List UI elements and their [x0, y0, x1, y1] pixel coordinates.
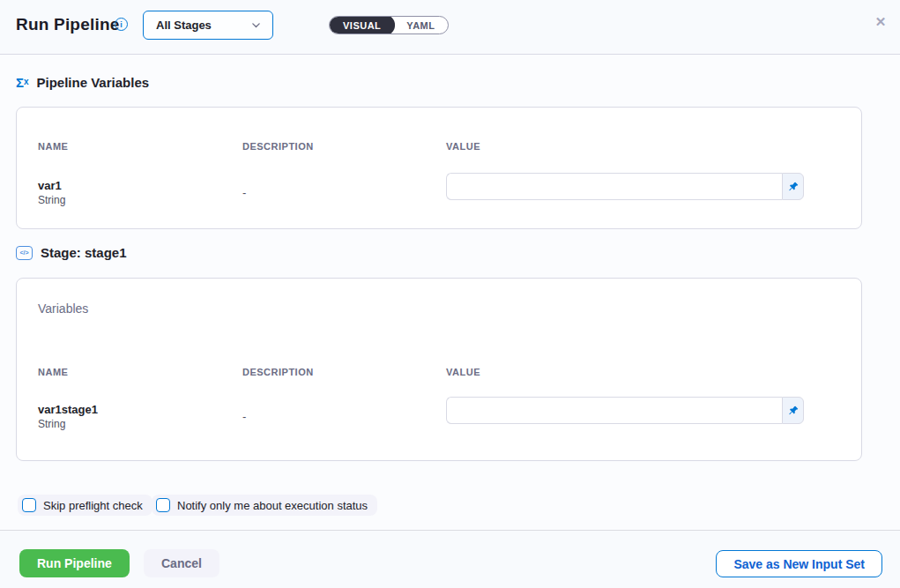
variable-description: - [242, 186, 246, 199]
dialog-footer: Run Pipeline Cancel Save as New Input Se… [0, 530, 900, 588]
skip-preflight-option[interactable]: Skip preflight check [18, 495, 152, 516]
variable-name: var1 [38, 179, 62, 192]
close-icon[interactable]: ✕ [872, 13, 889, 31]
notify-only-me-checkbox[interactable] [156, 498, 170, 512]
pipeline-variables-heading: Σˣ Pipeline Variables [16, 75, 149, 90]
pin-icon [787, 405, 800, 417]
toggle-visual[interactable]: VISUAL [329, 16, 395, 34]
chevron-down-icon [250, 19, 262, 31]
pin-icon [787, 181, 800, 193]
notify-only-me-option[interactable]: Notify only me about execution status [152, 495, 377, 516]
run-pipeline-button[interactable]: Run Pipeline [19, 549, 130, 577]
visual-yaml-toggle: VISUAL YAML [329, 16, 449, 34]
sigma-icon: Σˣ [16, 76, 29, 89]
variables-panel-title: Variables [38, 301, 88, 316]
run-pipeline-dialog: Run Pipeline i All Stages VISUAL YAML ✕ … [0, 0, 900, 588]
column-header-value: VALUE [446, 141, 480, 152]
stage-icon: </> [16, 246, 33, 260]
notify-only-me-label: Notify only me about execution status [177, 499, 368, 512]
variable-value-group [446, 397, 804, 424]
fixed-value-pin-button[interactable] [782, 397, 804, 424]
variable-type: String [38, 194, 65, 206]
stage-title: Stage: stage1 [41, 245, 127, 260]
cancel-button[interactable]: Cancel [144, 549, 219, 577]
variable-value-group [446, 173, 804, 200]
toggle-yaml[interactable]: YAML [394, 16, 447, 34]
column-header-value: VALUE [446, 367, 480, 377]
page-title: Run Pipeline [16, 15, 119, 34]
skip-preflight-checkbox[interactable] [22, 498, 36, 512]
info-icon[interactable]: i [115, 18, 128, 31]
variable-description: - [242, 410, 246, 423]
pipeline-variables-title: Pipeline Variables [37, 75, 150, 90]
column-header-name: NAME [38, 367, 68, 377]
variable-value-input[interactable] [446, 173, 782, 200]
fixed-value-pin-button[interactable] [782, 173, 804, 200]
variable-name: var1stage1 [38, 403, 98, 416]
variable-value-input[interactable] [446, 397, 782, 424]
dialog-header: Run Pipeline i All Stages VISUAL YAML ✕ [0, 0, 900, 55]
stage-heading: </> Stage: stage1 [16, 245, 127, 260]
column-header-name: NAME [38, 141, 68, 152]
column-header-description: DESCRIPTION [242, 141, 314, 152]
pipeline-variables-card: NAME DESCRIPTION VALUE var1 String - [16, 107, 862, 229]
skip-preflight-label: Skip preflight check [43, 499, 143, 512]
stage-select[interactable]: All Stages [143, 11, 273, 40]
stage-select-value: All Stages [156, 19, 250, 32]
variable-type: String [38, 418, 65, 430]
column-header-description: DESCRIPTION [242, 367, 314, 377]
save-as-new-input-set-button[interactable]: Save as New Input Set [716, 550, 882, 577]
stage-variables-card: Variables NAME DESCRIPTION VALUE var1sta… [16, 278, 862, 461]
